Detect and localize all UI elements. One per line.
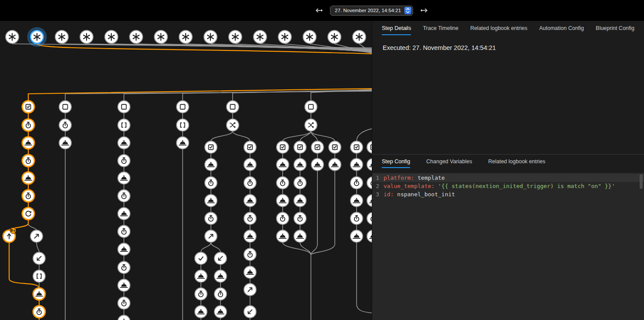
tab-related-logbook-entries[interactable]: Related logbook entries: [470, 21, 527, 35]
graph-node-dome[interactable]: [277, 158, 289, 171]
graph-node-redo[interactable]: [22, 208, 34, 220]
graph-node-brackets[interactable]: [33, 270, 45, 282]
graph-node-timer[interactable]: [244, 248, 256, 261]
graph-node-timer[interactable]: [22, 119, 34, 131]
graph-node-dome[interactable]: [311, 158, 324, 171]
graph-node-dome[interactable]: [329, 158, 341, 171]
graph-node-trigger[interactable]: [328, 30, 341, 43]
graph-node-square[interactable]: [177, 101, 189, 113]
graph-node-dome[interactable]: [367, 230, 372, 242]
graph-node-timer[interactable]: [367, 212, 372, 224]
graph-node-brackets[interactable]: [177, 119, 189, 131]
graph-node-timer[interactable]: [22, 190, 34, 202]
graph-node-square[interactable]: [118, 101, 130, 113]
tab-changed-variables[interactable]: Changed Variables: [426, 155, 472, 168]
graph-node-dome[interactable]: [214, 306, 227, 318]
graph-node-trigger[interactable]: [353, 30, 366, 43]
graph-node-dome[interactable]: [177, 137, 189, 149]
graph-node-dome[interactable]: [244, 158, 256, 171]
graph-node-dome[interactable]: [294, 230, 306, 242]
graph-node-arrow-bl[interactable]: [33, 252, 45, 264]
run-select[interactable]: 27. November 2022, 14:54:21: [330, 6, 413, 16]
graph-node-dome[interactable]: [118, 243, 130, 255]
previous-run-button[interactable]: [313, 5, 324, 16]
graph-node-dome[interactable]: [367, 195, 372, 207]
graph-node-dome[interactable]: [118, 315, 130, 320]
graph-node-trigger[interactable]: [130, 30, 143, 43]
graph-node-dome[interactable]: [244, 195, 256, 207]
tab-config-related-logbook-entries[interactable]: Related logbook entries: [488, 155, 545, 168]
graph-node-timer[interactable]: [205, 177, 217, 189]
graph-node-dome[interactable]: [277, 195, 289, 207]
graph-node-timer[interactable]: [22, 155, 34, 167]
graph-node-dome[interactable]: [214, 270, 227, 282]
next-run-button[interactable]: [419, 5, 430, 16]
graph-node-check-square[interactable]: [22, 101, 34, 113]
graph-node-timer[interactable]: [294, 212, 306, 224]
graph-node-square[interactable]: [227, 101, 239, 113]
graph-node-trigger[interactable]: [28, 28, 46, 46]
graph-node-trigger[interactable]: [229, 30, 242, 43]
graph-node-check[interactable]: [195, 252, 207, 264]
graph-node-dome[interactable]: [277, 230, 289, 242]
graph-node-square[interactable]: [59, 101, 71, 113]
graph-node-check-square[interactable]: [311, 141, 324, 153]
graph-node-dome[interactable]: [205, 195, 217, 207]
graph-node-dome[interactable]: [118, 137, 130, 149]
graph-node-timer[interactable]: [118, 225, 130, 238]
graph-node-timer[interactable]: [277, 177, 289, 189]
graph-node-trigger[interactable]: [204, 30, 217, 43]
graph-node-shuffle[interactable]: [305, 119, 317, 131]
graph-node-timer[interactable]: [59, 119, 71, 131]
graph-node-trigger[interactable]: [55, 30, 68, 43]
graph-node-arrow-up[interactable]: 9+: [3, 228, 16, 242]
graph-node-dome[interactable]: [195, 270, 207, 282]
graph-node-dome[interactable]: [294, 195, 306, 207]
graph-node-timer[interactable]: [350, 212, 363, 224]
graph-node-arrow-tr[interactable]: [244, 284, 256, 296]
yaml-editor[interactable]: 1platform: template 2value_template: '{{…: [372, 173, 644, 320]
graph-node-dome[interactable]: [350, 158, 363, 171]
graph-node-timer[interactable]: [367, 177, 372, 189]
graph-node-timer[interactable]: [244, 177, 256, 189]
graph-node-timer[interactable]: [118, 261, 130, 274]
graph-node-dome[interactable]: [118, 208, 130, 220]
graph-node-dome[interactable]: [294, 158, 306, 171]
graph-node-dome[interactable]: [244, 230, 256, 242]
graph-node-trigger[interactable]: [154, 30, 167, 43]
graph-node-check-square[interactable]: [350, 141, 363, 153]
graph-node-timer[interactable]: [294, 177, 306, 189]
graph-node-trigger[interactable]: [80, 30, 93, 43]
graph-node-trigger[interactable]: [6, 30, 19, 43]
graph-node-timer[interactable]: [350, 177, 363, 189]
graph-node-dome[interactable]: [118, 279, 130, 291]
graph-node-dome[interactable]: [33, 288, 45, 300]
graph-node-shuffle[interactable]: [227, 119, 239, 131]
graph-node-dome[interactable]: [195, 306, 207, 318]
tab-trace-timeline[interactable]: Trace Timeline: [423, 21, 459, 35]
graph-node-trigger[interactable]: [278, 30, 291, 43]
tab-blueprint-config[interactable]: Blueprint Config: [596, 21, 634, 35]
graph-node-timer[interactable]: [244, 212, 256, 224]
graph-node-arrow-tr[interactable]: [205, 230, 217, 242]
graph-node-check-square[interactable]: [277, 141, 289, 153]
graph-node-dome[interactable]: [59, 137, 71, 149]
graph-node-timer[interactable]: [118, 155, 130, 167]
graph-node-timer[interactable]: [33, 306, 45, 318]
graph-node-dome[interactable]: [205, 158, 217, 171]
graph-node-arrow-bl[interactable]: [244, 306, 256, 318]
graph-node-check-square[interactable]: [205, 141, 217, 153]
graph-node-check-square[interactable]: [329, 141, 341, 153]
graph-node-square[interactable]: [305, 101, 317, 113]
graph-node-timer[interactable]: [195, 288, 207, 300]
graph-node-check-square[interactable]: [244, 141, 256, 153]
graph-node-arrow-bl[interactable]: [214, 252, 227, 264]
graph-node-check-square[interactable]: [294, 141, 306, 153]
graph-node-check-square[interactable]: [367, 141, 372, 153]
graph-node-dome[interactable]: [350, 195, 363, 207]
graph-node-dome[interactable]: [367, 158, 372, 171]
graph-node-timer[interactable]: [277, 212, 289, 224]
editor-scrollbar[interactable]: [640, 174, 643, 189]
graph-node-timer[interactable]: [118, 190, 130, 202]
graph-node-dome[interactable]: [244, 266, 256, 278]
